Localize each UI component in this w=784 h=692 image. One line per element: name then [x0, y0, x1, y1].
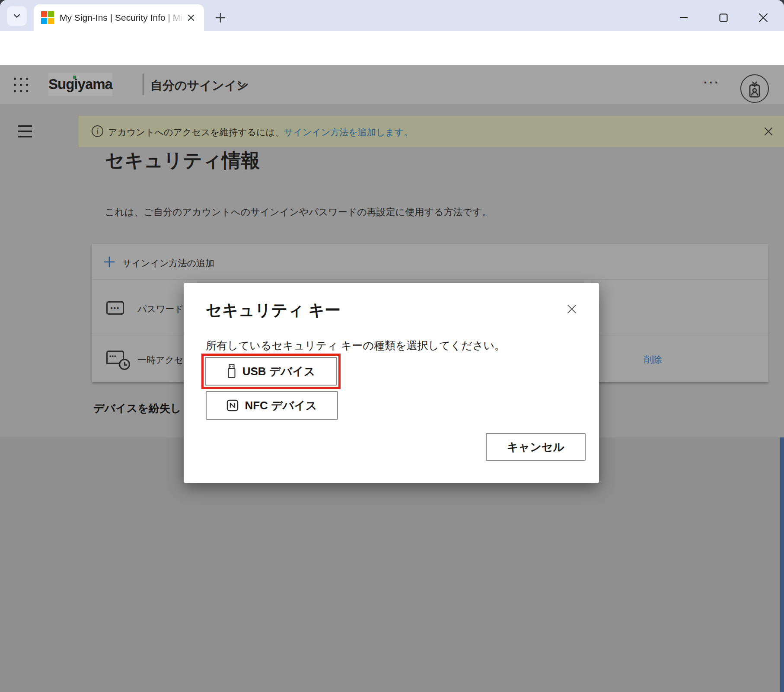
minimize-icon: [679, 13, 689, 23]
browser-toolbar: mysignins.microsoft.com/security-info Go…: [0, 31, 784, 65]
dialog-close-icon[interactable]: [566, 303, 578, 315]
nav-hamburger-button[interactable]: [18, 125, 32, 137]
microsoft-logo-icon: [41, 11, 54, 24]
banner-add-method-link[interactable]: サインイン方法を追加します。: [284, 127, 413, 137]
password-row-label: パスワード: [137, 303, 184, 315]
new-tab-button[interactable]: [214, 11, 227, 25]
usb-device-label: USB デバイス: [242, 364, 316, 379]
org-logo-text: Sugiyama: [48, 76, 112, 92]
account-badge-button[interactable]: [740, 74, 769, 103]
dialog-description: 所有しているセキュリティ キーの種類を選択してください。: [206, 338, 505, 353]
tab-search-button[interactable]: [7, 6, 27, 26]
window-close-button[interactable]: [758, 12, 769, 23]
plus-icon: [214, 12, 226, 24]
chevron-down-icon: [13, 12, 21, 20]
browser-window: My Sign-Ins | Security Info | Mic: [0, 0, 784, 692]
cancel-button[interactable]: キャンセル: [486, 433, 586, 461]
page-subtitle: これは、ご自分のアカウントへのサインインやパスワードの再設定に使用する方法です。: [105, 206, 491, 219]
app-title[interactable]: 自分のサインイン: [150, 77, 249, 94]
info-icon: i: [92, 125, 103, 137]
lost-device-text: デバイスを紛失し: [93, 401, 182, 415]
add-method-label: サインイン方法の追加: [122, 257, 214, 269]
dialog-title: セキュリティ キー: [206, 300, 341, 321]
security-key-dialog: セキュリティ キー 所有しているセキュリティ キーの種類を選択してください。 U…: [184, 283, 599, 483]
banner-close-icon[interactable]: [763, 126, 774, 137]
portal-header: Sugiyama 自分のサインイン ...: [0, 65, 784, 104]
usb-device-button[interactable]: USB デバイス: [205, 357, 337, 386]
chevron-down-icon[interactable]: [237, 81, 246, 89]
clock-icon: [119, 359, 130, 370]
window-minimize-button[interactable]: [678, 12, 689, 23]
tab-active[interactable]: My Sign-Ins | Security Info | Mic: [34, 4, 204, 31]
password-icon: [106, 301, 124, 315]
scrollbar-strip[interactable]: [780, 437, 784, 692]
delete-link[interactable]: 削除: [644, 354, 662, 366]
nfc-icon: [226, 399, 239, 411]
org-logo: Sugiyama: [48, 73, 112, 96]
nfc-device-label: NFC デバイス: [245, 398, 317, 413]
maximize-icon: [718, 13, 729, 23]
temporary-access-label: 一時アクセ: [137, 354, 183, 366]
page-title: セキュリティ情報: [105, 148, 260, 173]
window-maximize-button[interactable]: [718, 12, 729, 23]
tab-close-icon[interactable]: [187, 13, 195, 22]
add-plus-icon: [103, 256, 115, 268]
logo-green-dot: [73, 76, 76, 79]
tab-strip: My Sign-Ins | Security Info | Mic: [0, 0, 784, 31]
header-divider: [143, 73, 143, 95]
tab-title: My Sign-Ins | Security Info | Mic: [60, 13, 187, 23]
nfc-device-button[interactable]: NFC デバイス: [206, 391, 338, 420]
cancel-button-label: キャンセル: [507, 440, 564, 455]
waffle-apps-icon[interactable]: [14, 78, 30, 94]
notification-banner: i アカウントへのアクセスを維持するには、サインイン方法を追加します。: [79, 116, 784, 147]
usb-device-highlight-box: USB デバイス: [201, 354, 341, 389]
banner-message: アカウントへのアクセスを維持するには、: [108, 127, 284, 137]
header-overflow-button[interactable]: ...: [704, 73, 720, 86]
id-badge-icon: [746, 80, 763, 98]
add-sign-in-method-row[interactable]: サインイン方法の追加: [92, 244, 768, 280]
usb-drive-icon: [227, 364, 236, 379]
close-icon: [758, 12, 769, 23]
